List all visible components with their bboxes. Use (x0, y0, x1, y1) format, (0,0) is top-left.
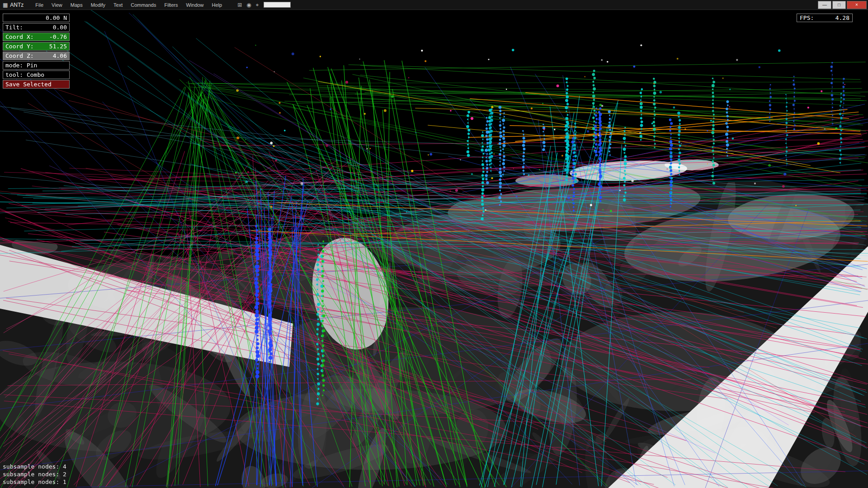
titlebar: ▦ ANTz File View Maps Modify Text Comman… (0, 0, 868, 10)
status-lines: subsample nodes: 4 subsample nodes: 2 su… (3, 463, 66, 486)
coord-x-value: -0.76 (49, 33, 67, 40)
coord-x-label: Coord X: (5, 33, 34, 40)
menu-item-window[interactable]: Window (186, 2, 203, 8)
tilt-value: 0.00 (53, 24, 67, 31)
restore-button[interactable]: □ (832, 1, 846, 9)
compass-readout: 0.00 N (3, 14, 70, 22)
window-controls: — □ × (818, 1, 868, 9)
hud-panel: 0.00 N Tilt: 0.00 Coord X: -0.76 Coord Y… (3, 14, 70, 89)
coord-z-label: Coord Z: (5, 52, 34, 59)
menu-item-modify[interactable]: Modify (91, 2, 105, 8)
grid-icon[interactable]: ⊞ (237, 2, 242, 8)
tilt-label: Tilt: (5, 24, 23, 31)
menu-item-filters[interactable]: Filters (164, 2, 178, 8)
menu-item-commands[interactable]: Commands (131, 2, 156, 8)
target-icon[interactable]: ◉ (246, 2, 251, 8)
tool-readout: tool: Combo (3, 70, 70, 79)
status-line: subsample nodes: 1 (3, 478, 66, 486)
minimize-button[interactable]: — (818, 1, 831, 9)
coord-z-readout: Coord Z: 4.06 (3, 52, 70, 60)
status-line: subsample nodes: 4 (3, 463, 66, 470)
menu-bar: File View Maps Modify Text Commands Filt… (35, 2, 222, 8)
app-icon: ▦ (3, 2, 8, 8)
coord-y-value: 51.25 (49, 43, 67, 50)
tilt-readout: Tilt: 0.00 (3, 23, 70, 32)
mode-readout: mode: Pin (3, 61, 70, 70)
mode-value: mode: Pin (5, 62, 37, 69)
save-selected-button[interactable]: Save Selected (3, 80, 70, 89)
save-selected-label: Save Selected (5, 81, 52, 88)
3d-viewport[interactable] (0, 0, 868, 488)
menu-item-file[interactable]: File (35, 2, 43, 8)
toolbar-input[interactable] (264, 2, 291, 8)
coord-x-readout: Coord X: -0.76 (3, 33, 70, 41)
menu-item-help[interactable]: Help (212, 2, 222, 8)
menu-item-view[interactable]: View (52, 2, 62, 8)
tool-value: tool: Combo (5, 71, 44, 78)
coord-z-value: 4.06 (53, 52, 67, 59)
fps-label: FPS: (800, 14, 814, 21)
fps-readout: FPS: 4.28 (797, 14, 853, 22)
status-line: subsample nodes: 2 (3, 470, 66, 478)
menu-item-maps[interactable]: Maps (71, 2, 83, 8)
close-button[interactable]: × (847, 1, 867, 9)
coord-y-readout: Coord Y: 51.25 (3, 42, 70, 51)
window-title: ANTz (10, 2, 24, 8)
search-icon[interactable]: ⌖ (256, 2, 259, 8)
compass-value: 0.00 N (46, 14, 67, 21)
coord-y-label: Coord Y: (5, 43, 34, 50)
toolbar: ⊞ ◉ ⌖ (237, 2, 290, 8)
fps-value: 4.28 (835, 14, 849, 21)
menu-item-text[interactable]: Text (113, 2, 123, 8)
